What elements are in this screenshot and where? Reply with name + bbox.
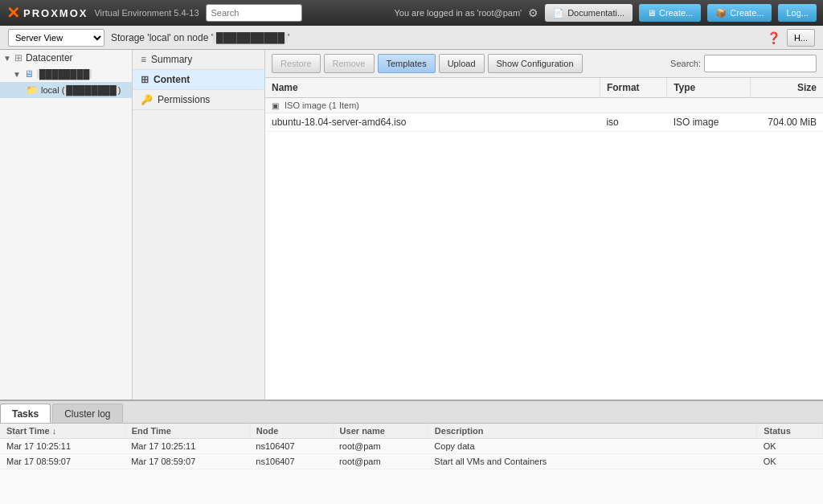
upload-button[interactable]: Upload bbox=[439, 54, 485, 73]
datacenter-label: Datacenter bbox=[26, 52, 73, 64]
node-expand-icon: ▼ bbox=[13, 70, 21, 79]
help-button[interactable]: H... bbox=[787, 29, 815, 47]
task2-desc: Start all VMs and Containers bbox=[428, 454, 756, 469]
file-size: 704.00 MiB bbox=[751, 113, 823, 132]
task1-status: OK bbox=[757, 439, 823, 454]
documentation-button[interactable]: 📄 Documentati... bbox=[545, 4, 633, 22]
sidebar-item-node[interactable]: ▼ 🖥 ████████ bbox=[0, 66, 132, 82]
log-button[interactable]: Log... bbox=[778, 4, 817, 22]
logo: ✕ PROXMOX bbox=[6, 3, 88, 23]
question-icon: ❓ bbox=[767, 31, 780, 44]
search-label: Search: bbox=[670, 59, 701, 68]
summary-icon: ≡ bbox=[141, 54, 146, 65]
task-row-2[interactable]: Mar 17 08:59:07 Mar 17 08:59:07 ns106407… bbox=[0, 454, 823, 469]
bottom-table-area: Start Time ↓ End Time Node User name Des… bbox=[0, 424, 823, 504]
bottom-panel: Tasks Cluster log Start Time ↓ End Time … bbox=[0, 400, 823, 504]
create-ct-button[interactable]: 📦 Create... bbox=[707, 4, 772, 22]
col-username[interactable]: User name bbox=[333, 424, 428, 439]
permissions-icon: 🔑 bbox=[141, 94, 153, 105]
task2-status: OK bbox=[757, 454, 823, 469]
node-label: ████████ bbox=[37, 69, 92, 79]
col-description[interactable]: Description bbox=[428, 424, 756, 439]
header-search-input[interactable] bbox=[206, 4, 302, 22]
storage-label: local (████████) bbox=[41, 85, 121, 95]
tab-tasks[interactable]: Tasks bbox=[0, 404, 51, 423]
col-header-type[interactable]: Type bbox=[667, 78, 751, 98]
storage-icon: 📁 bbox=[26, 84, 38, 96]
nav-item-permissions[interactable]: 🔑 Permissions bbox=[133, 90, 264, 110]
sidebar: ▼ ⊞ Datacenter ▼ 🖥 ████████ 📁 local (███… bbox=[0, 50, 133, 400]
task-row-1[interactable]: Mar 17 10:25:11 Mar 17 10:25:11 ns106407… bbox=[0, 439, 823, 454]
remove-button[interactable]: Remove bbox=[324, 54, 375, 73]
main-area: ▼ ⊞ Datacenter ▼ 🖥 ████████ 📁 local (███… bbox=[0, 50, 823, 400]
vm-icon: 🖥 bbox=[647, 8, 656, 18]
ct-icon: 📦 bbox=[715, 8, 727, 18]
col-start-time[interactable]: Start Time ↓ bbox=[0, 424, 125, 439]
create-vm-button[interactable]: 🖥 Create... bbox=[639, 4, 701, 22]
permissions-label: Permissions bbox=[158, 94, 210, 105]
file-type: ISO image bbox=[667, 113, 751, 132]
content-toolbar: Restore Remove Templates Upload Show Con… bbox=[265, 50, 823, 78]
tab-cluster-log[interactable]: Cluster log bbox=[52, 404, 122, 423]
group-collapse-icon[interactable]: ▣ bbox=[272, 101, 279, 110]
logo-x: ✕ bbox=[6, 3, 20, 23]
task2-user: root@pam bbox=[333, 454, 428, 469]
datacenter-icon: ⊞ bbox=[14, 52, 23, 64]
task1-user: root@pam bbox=[333, 439, 428, 454]
left-nav: ≡ Summary ⊞ Content 🔑 Permissions bbox=[133, 50, 265, 400]
content-area: Restore Remove Templates Upload Show Con… bbox=[265, 50, 823, 400]
col-node[interactable]: Node bbox=[249, 424, 333, 439]
col-header-size[interactable]: Size bbox=[751, 78, 823, 98]
sidebar-item-storage-local[interactable]: 📁 local (████████) bbox=[0, 82, 132, 98]
task2-start: Mar 17 08:59:07 bbox=[0, 454, 125, 469]
group-row-iso: ▣ ISO image (1 Item) bbox=[265, 98, 823, 113]
content-table-area: Name Format Type Size ▣ ISO image (1 Ite… bbox=[265, 78, 823, 400]
task1-desc: Copy data bbox=[428, 439, 756, 454]
col-end-time[interactable]: End Time bbox=[125, 424, 249, 439]
show-config-button[interactable]: Show Configuration bbox=[488, 54, 583, 73]
file-name: ubuntu-18.04-server-amd64.iso bbox=[265, 113, 600, 132]
task1-node: ns106407 bbox=[249, 439, 333, 454]
node-icon: 🖥 bbox=[24, 68, 34, 80]
nav-item-summary[interactable]: ≡ Summary bbox=[133, 50, 264, 70]
summary-label: Summary bbox=[151, 54, 192, 65]
top-header: ✕ PROXMOX Virtual Environment 5.4-13 You… bbox=[0, 0, 823, 26]
content-table: Name Format Type Size ▣ ISO image (1 Ite… bbox=[265, 78, 823, 132]
expand-icon: ▼ bbox=[3, 54, 11, 63]
restore-button[interactable]: Restore bbox=[272, 54, 321, 73]
logged-in-text: You are logged in as 'root@pam' bbox=[394, 8, 522, 18]
gear-icon[interactable]: ⚙ bbox=[528, 6, 538, 19]
col-status[interactable]: Status bbox=[757, 424, 823, 439]
templates-button[interactable]: Templates bbox=[378, 54, 436, 73]
nav-item-content[interactable]: ⊞ Content bbox=[133, 70, 264, 90]
doc-icon: 📄 bbox=[553, 8, 564, 18]
bottom-tab-bar: Tasks Cluster log bbox=[0, 401, 823, 424]
table-row[interactable]: ubuntu-18.04-server-amd64.iso iso ISO im… bbox=[265, 113, 823, 132]
version-text: Virtual Environment 5.4-13 bbox=[94, 8, 199, 18]
logo-text: PROXMOX bbox=[23, 7, 88, 19]
task2-end: Mar 17 08:59:07 bbox=[125, 454, 249, 469]
sidebar-item-datacenter[interactable]: ▼ ⊞ Datacenter bbox=[0, 50, 132, 66]
task2-node: ns106407 bbox=[249, 454, 333, 469]
content-label: Content bbox=[154, 74, 190, 85]
content-search-input[interactable] bbox=[704, 55, 817, 72]
server-view-select[interactable]: Server View bbox=[8, 29, 104, 47]
task1-end: Mar 17 10:25:11 bbox=[125, 439, 249, 454]
task1-start: Mar 17 10:25:11 bbox=[0, 439, 125, 454]
tasks-table: Start Time ↓ End Time Node User name Des… bbox=[0, 424, 823, 469]
content-icon: ⊞ bbox=[141, 74, 149, 85]
col-header-format[interactable]: Format bbox=[600, 78, 666, 98]
group-label: ISO image (1 Item) bbox=[285, 100, 359, 110]
file-format: iso bbox=[600, 113, 666, 132]
col-header-name[interactable]: Name bbox=[265, 78, 600, 98]
subheader: Server View Storage 'local' on node '███… bbox=[0, 26, 823, 50]
storage-title: Storage 'local' on node '██████████' bbox=[111, 32, 289, 43]
